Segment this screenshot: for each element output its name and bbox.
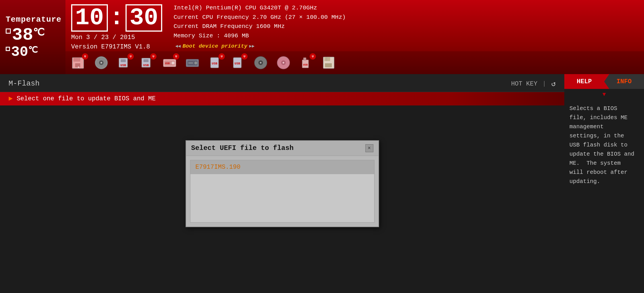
- left-panel: M-Flash HOT KEY ↺ ► Select one file to u…: [0, 74, 564, 293]
- boot-arrow-left: ◄◄: [175, 43, 181, 50]
- help-info-tabs: HELP INFO: [564, 74, 644, 89]
- svg-text:USB: USB: [165, 62, 170, 65]
- temperature-section: Temperature 38 ℃ 30 ℃: [0, 0, 65, 74]
- file-list: E7917IMS.190: [190, 160, 375, 223]
- usb-badge-11: U: [310, 53, 316, 60]
- boot-icon-7[interactable]: USB U: [205, 53, 225, 73]
- dialog-box: Select UEFI file to flash × E7917IMS.190: [186, 140, 379, 227]
- usb-badge-4: U: [150, 53, 157, 60]
- date-display: Mon 3 / 23 / 2015: [71, 33, 162, 42]
- temp2: 30 ℃: [6, 45, 60, 59]
- file-list-empty-area: [190, 174, 374, 214]
- boot-icon-2[interactable]: [91, 53, 112, 73]
- svg-rect-12: [143, 59, 149, 62]
- temp2-unit: ℃: [28, 46, 38, 55]
- temp1-value: 38: [12, 26, 33, 44]
- boot-arrow-right: ►►: [249, 43, 254, 50]
- boot-icon-9[interactable]: [250, 53, 271, 73]
- svg-rect-36: [324, 57, 330, 61]
- tab-help-label: HELP: [577, 78, 592, 85]
- temperature-label: Temperature: [6, 15, 60, 24]
- usb-badge-5: U: [173, 53, 179, 60]
- temp1-square: [6, 29, 11, 34]
- svg-rect-37: [325, 63, 332, 67]
- svg-rect-33: [303, 58, 306, 60]
- dialog-close-button[interactable]: ×: [365, 144, 373, 152]
- cd-icon-2: [253, 55, 268, 70]
- boot-icon-8[interactable]: USB U: [228, 53, 248, 73]
- boot-icons-row: U U USB U: [65, 51, 644, 74]
- help-arrow-down: ▼: [564, 89, 644, 100]
- svg-point-20: [194, 62, 197, 64]
- usb-badge-1: U: [82, 53, 88, 60]
- boot-icon-12[interactable]: [319, 53, 339, 73]
- boot-icon-4[interactable]: USB U: [137, 53, 157, 73]
- file-item-1[interactable]: E7917IMS.190: [190, 160, 374, 174]
- dram-freq: Current DRAM Frequency 1600 MHz: [174, 22, 638, 31]
- svg-rect-9: [121, 59, 126, 62]
- boot-icon-11[interactable]: USB U: [296, 53, 316, 73]
- usb-badge-8: U: [241, 53, 248, 60]
- dialog-titlebar: Select UEFI file to flash ×: [186, 141, 378, 156]
- svg-point-6: [100, 62, 102, 64]
- boot-icon-1[interactable]: U U: [68, 53, 89, 73]
- boot-priority-bar: ◄◄ Boot device priority ►►: [174, 42, 638, 50]
- down-arrow-icon: ▼: [602, 91, 606, 98]
- clock-minutes: 30: [125, 4, 162, 32]
- cd-icon-3: [276, 55, 291, 70]
- temp2-square: [6, 47, 10, 51]
- tab-info-label: INFO: [617, 78, 632, 85]
- dialog-overlay: Select UEFI file to flash × E7917IMS.190: [0, 74, 564, 293]
- version-display: Version E7917IMS V1.8: [71, 42, 162, 52]
- usb-badge-7: U: [219, 53, 225, 60]
- boot-priority-label: Boot device priority: [182, 42, 247, 50]
- top-bar: Temperature 38 ℃ 30 ℃ 10 : 30 Mon 3 / 23…: [0, 0, 644, 74]
- boot-icon-10[interactable]: [273, 53, 294, 73]
- boot-icon-6[interactable]: [182, 53, 203, 73]
- svg-text:USB: USB: [143, 64, 149, 67]
- left-panel-inner: M-Flash HOT KEY ↺ ► Select one file to u…: [0, 74, 564, 293]
- hdd-icon: [185, 55, 200, 70]
- svg-text:U: U: [78, 66, 79, 68]
- clock-hours: 10: [71, 4, 108, 32]
- cd-icon: [94, 55, 109, 70]
- clock-colon: :: [108, 6, 125, 30]
- boot-icon-5[interactable]: USB U: [159, 53, 180, 73]
- svg-rect-1: [73, 58, 80, 62]
- cpu-freq: Current CPU Frequency 2.70 GHz (27 × 100…: [174, 13, 638, 22]
- dialog-body: E7917IMS.190: [186, 156, 378, 227]
- date-version: Mon 3 / 23 / 2015 Version E7917IMS V1.8: [71, 33, 162, 52]
- memory-size: Memory Size : 4096 MB: [174, 31, 638, 41]
- temp1-unit: ℃: [33, 28, 44, 38]
- right-panel: HELP INFO ▼ Selects a BIOSfile, includes…: [564, 74, 644, 293]
- svg-point-16: [172, 62, 174, 64]
- tab-info[interactable]: INFO: [604, 74, 644, 89]
- usb-badge-3: U: [127, 53, 134, 60]
- svg-text:USB: USB: [234, 62, 240, 65]
- main-area: M-Flash HOT KEY ↺ ► Select one file to u…: [0, 74, 644, 293]
- temp2-value: 30: [11, 45, 28, 59]
- dialog-title: Select UEFI file to flash: [191, 144, 294, 152]
- tab-help[interactable]: HELP: [564, 74, 604, 89]
- svg-text:USB: USB: [303, 64, 308, 66]
- svg-point-28: [260, 62, 262, 64]
- cpu-info: Intel(R) Pentium(R) CPU G3420T @ 2.70GHz: [174, 3, 638, 13]
- svg-text:USB: USB: [120, 64, 126, 67]
- boot-icon-3[interactable]: USB U: [114, 53, 134, 73]
- svg-text:USB: USB: [212, 62, 217, 65]
- help-text-content: Selects a BIOSfile, includes MEmanagemen…: [564, 100, 644, 190]
- svg-point-31: [283, 62, 284, 64]
- temp1: 38 ℃: [6, 26, 60, 44]
- clock-display: 10 : 30: [71, 4, 162, 32]
- floppy-icon-2: [322, 55, 336, 70]
